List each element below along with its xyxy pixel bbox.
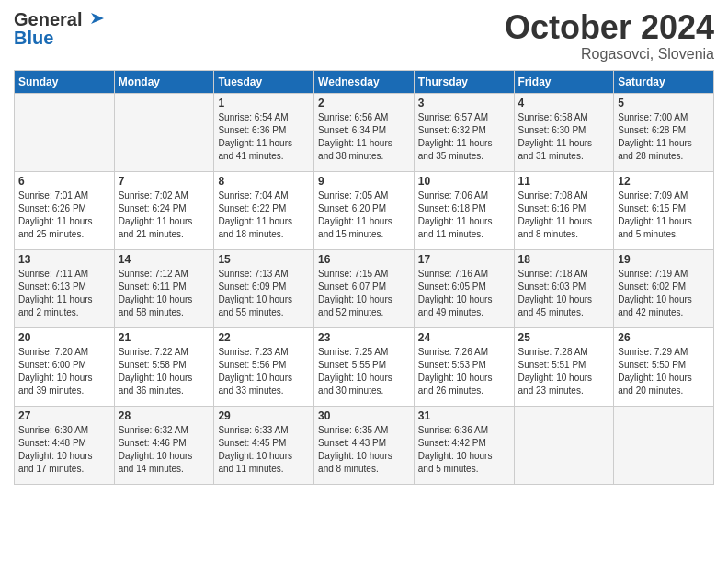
day-number: 19: [618, 253, 710, 266]
calendar-cell: 26Sunrise: 7:29 AM Sunset: 5:50 PM Dayli…: [614, 327, 714, 406]
day-number: 12: [618, 175, 710, 188]
day-number: 11: [518, 175, 610, 188]
header-saturday: Saturday: [614, 70, 714, 93]
month-title: October 2024: [505, 9, 714, 46]
calendar-cell: 10Sunrise: 7:06 AM Sunset: 6:18 PM Dayli…: [414, 171, 514, 249]
day-info: Sunrise: 7:00 AM Sunset: 6:28 PM Dayligh…: [618, 111, 710, 163]
header-sunday: Sunday: [15, 70, 115, 93]
day-info: Sunrise: 7:04 AM Sunset: 6:22 PM Dayligh…: [218, 190, 310, 241]
day-number: 26: [618, 331, 710, 344]
day-info: Sunrise: 6:54 AM Sunset: 6:36 PM Dayligh…: [218, 111, 310, 163]
calendar-cell: 21Sunrise: 7:22 AM Sunset: 5:58 PM Dayli…: [114, 327, 214, 406]
day-info: Sunrise: 6:36 AM Sunset: 4:42 PM Dayligh…: [418, 424, 510, 476]
day-info: Sunrise: 7:09 AM Sunset: 6:15 PM Dayligh…: [618, 190, 710, 241]
header-thursday: Thursday: [414, 70, 514, 93]
logo: General Blue: [14, 9, 104, 48]
day-info: Sunrise: 7:05 AM Sunset: 6:20 PM Dayligh…: [318, 190, 410, 241]
day-number: 5: [618, 97, 710, 109]
calendar-cell: 31Sunrise: 6:36 AM Sunset: 4:42 PM Dayli…: [414, 406, 514, 484]
day-number: 14: [119, 253, 210, 266]
day-info: Sunrise: 7:20 AM Sunset: 6:00 PM Dayligh…: [18, 346, 110, 397]
header-monday: Monday: [114, 70, 214, 93]
calendar-cell: 11Sunrise: 7:08 AM Sunset: 6:16 PM Dayli…: [514, 171, 614, 249]
day-info: Sunrise: 7:13 AM Sunset: 6:09 PM Dayligh…: [218, 268, 310, 319]
calendar-cell: 20Sunrise: 7:20 AM Sunset: 6:00 PM Dayli…: [15, 327, 115, 406]
day-info: Sunrise: 7:25 AM Sunset: 5:55 PM Dayligh…: [318, 346, 410, 397]
calendar-cell: 30Sunrise: 6:35 AM Sunset: 4:43 PM Dayli…: [314, 406, 415, 484]
day-info: Sunrise: 7:26 AM Sunset: 5:53 PM Dayligh…: [418, 346, 510, 397]
day-number: 28: [119, 409, 210, 422]
day-info: Sunrise: 7:08 AM Sunset: 6:16 PM Dayligh…: [518, 190, 610, 241]
day-info: Sunrise: 7:29 AM Sunset: 5:50 PM Dayligh…: [618, 346, 710, 397]
day-info: Sunrise: 7:15 AM Sunset: 6:07 PM Dayligh…: [318, 268, 410, 319]
day-number: 15: [218, 253, 310, 266]
day-number: 17: [418, 253, 510, 266]
calendar-cell: 15Sunrise: 7:13 AM Sunset: 6:09 PM Dayli…: [214, 249, 314, 327]
calendar-cell: 14Sunrise: 7:12 AM Sunset: 6:11 PM Dayli…: [114, 249, 214, 327]
calendar-cell: 6Sunrise: 7:01 AM Sunset: 6:26 PM Daylig…: [15, 171, 115, 249]
day-number: 1: [218, 97, 310, 109]
day-info: Sunrise: 7:06 AM Sunset: 6:18 PM Dayligh…: [418, 190, 510, 241]
calendar-cell: [614, 406, 714, 484]
day-number: 13: [18, 253, 110, 266]
location-title: Rogasovci, Slovenia: [505, 46, 714, 63]
header-wednesday: Wednesday: [314, 70, 415, 93]
calendar-table: Sunday Monday Tuesday Wednesday Thursday…: [14, 70, 714, 485]
calendar-week-row: 27Sunrise: 6:30 AM Sunset: 4:48 PM Dayli…: [15, 406, 714, 484]
calendar-cell: 18Sunrise: 7:18 AM Sunset: 6:03 PM Dayli…: [514, 249, 614, 327]
day-info: Sunrise: 6:30 AM Sunset: 4:48 PM Dayligh…: [18, 424, 110, 476]
calendar-cell: 8Sunrise: 7:04 AM Sunset: 6:22 PM Daylig…: [214, 171, 314, 249]
calendar-cell: 1Sunrise: 6:54 AM Sunset: 6:36 PM Daylig…: [214, 93, 314, 171]
calendar-cell: 16Sunrise: 7:15 AM Sunset: 6:07 PM Dayli…: [314, 249, 415, 327]
day-number: 31: [418, 409, 510, 422]
day-info: Sunrise: 6:58 AM Sunset: 6:30 PM Dayligh…: [518, 111, 610, 163]
day-number: 7: [119, 175, 210, 188]
day-info: Sunrise: 7:18 AM Sunset: 6:03 PM Dayligh…: [518, 268, 610, 319]
day-info: Sunrise: 6:32 AM Sunset: 4:46 PM Dayligh…: [119, 424, 210, 476]
header-tuesday: Tuesday: [214, 70, 314, 93]
calendar-cell: 7Sunrise: 7:02 AM Sunset: 6:24 PM Daylig…: [114, 171, 214, 249]
day-info: Sunrise: 7:12 AM Sunset: 6:11 PM Dayligh…: [119, 268, 210, 319]
day-number: 18: [518, 253, 610, 266]
day-info: Sunrise: 6:33 AM Sunset: 4:45 PM Dayligh…: [218, 424, 310, 476]
calendar-cell: 27Sunrise: 6:30 AM Sunset: 4:48 PM Dayli…: [15, 406, 115, 484]
day-number: 8: [218, 175, 310, 188]
calendar-cell: 4Sunrise: 6:58 AM Sunset: 6:30 PM Daylig…: [514, 93, 614, 171]
day-number: 30: [318, 409, 410, 422]
day-info: Sunrise: 7:19 AM Sunset: 6:02 PM Dayligh…: [618, 268, 710, 319]
calendar-cell: 17Sunrise: 7:16 AM Sunset: 6:05 PM Dayli…: [414, 249, 514, 327]
calendar-cell: 25Sunrise: 7:28 AM Sunset: 5:51 PM Dayli…: [514, 327, 614, 406]
day-info: Sunrise: 6:35 AM Sunset: 4:43 PM Dayligh…: [318, 424, 410, 476]
day-info: Sunrise: 7:01 AM Sunset: 6:26 PM Dayligh…: [18, 190, 110, 241]
logo-blue: Blue: [14, 28, 104, 48]
day-number: 24: [418, 331, 510, 344]
day-number: 4: [518, 97, 610, 109]
day-info: Sunrise: 7:11 AM Sunset: 6:13 PM Dayligh…: [18, 268, 110, 319]
calendar-header-row: Sunday Monday Tuesday Wednesday Thursday…: [15, 70, 714, 93]
day-number: 23: [318, 331, 410, 344]
day-number: 10: [418, 175, 510, 188]
day-info: Sunrise: 7:02 AM Sunset: 6:24 PM Dayligh…: [119, 190, 210, 241]
day-number: 2: [318, 97, 410, 109]
calendar-cell: 23Sunrise: 7:25 AM Sunset: 5:55 PM Dayli…: [314, 327, 415, 406]
calendar-cell: [114, 93, 214, 171]
calendar-cell: 19Sunrise: 7:19 AM Sunset: 6:02 PM Dayli…: [614, 249, 714, 327]
calendar-cell: 12Sunrise: 7:09 AM Sunset: 6:15 PM Dayli…: [614, 171, 714, 249]
calendar-page: General Blue October 2024 Rogasovci, Slo…: [0, 0, 728, 563]
logo-general: General: [14, 9, 82, 29]
calendar-week-row: 1Sunrise: 6:54 AM Sunset: 6:36 PM Daylig…: [15, 93, 714, 171]
calendar-cell: 22Sunrise: 7:23 AM Sunset: 5:56 PM Dayli…: [214, 327, 314, 406]
calendar-cell: 5Sunrise: 7:00 AM Sunset: 6:28 PM Daylig…: [614, 93, 714, 171]
header-friday: Friday: [514, 70, 614, 93]
calendar-cell: [514, 406, 614, 484]
calendar-cell: 29Sunrise: 6:33 AM Sunset: 4:45 PM Dayli…: [214, 406, 314, 484]
day-number: 29: [218, 409, 310, 422]
day-number: 16: [318, 253, 410, 266]
calendar-cell: 2Sunrise: 6:56 AM Sunset: 6:34 PM Daylig…: [314, 93, 415, 171]
day-info: Sunrise: 7:28 AM Sunset: 5:51 PM Dayligh…: [518, 346, 610, 397]
day-info: Sunrise: 7:22 AM Sunset: 5:58 PM Dayligh…: [119, 346, 210, 397]
calendar-cell: 28Sunrise: 6:32 AM Sunset: 4:46 PM Dayli…: [114, 406, 214, 484]
calendar-cell: 24Sunrise: 7:26 AM Sunset: 5:53 PM Dayli…: [414, 327, 514, 406]
header: General Blue October 2024 Rogasovci, Slo…: [14, 9, 714, 63]
calendar-cell: 9Sunrise: 7:05 AM Sunset: 6:20 PM Daylig…: [314, 171, 415, 249]
